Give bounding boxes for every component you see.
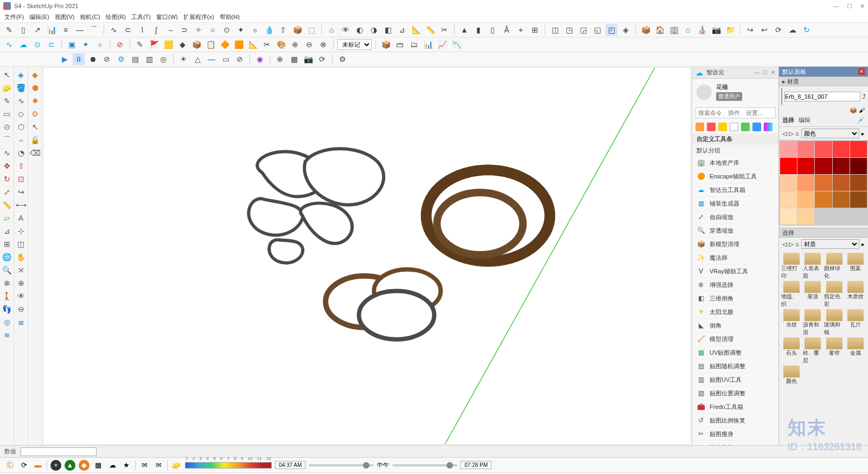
material-folder[interactable]: 沥青和混 <box>803 309 824 336</box>
tool-icon[interactable]: ◱ <box>591 24 603 36</box>
tool-icon[interactable]: 🗂 <box>408 39 420 50</box>
scale-icon[interactable]: ⤢ <box>1 186 13 198</box>
shadow-gradient[interactable]: 123456789101112 <box>185 462 272 469</box>
color-swatch[interactable] <box>780 175 797 191</box>
material-swatch[interactable] <box>781 88 782 105</box>
tool-icon[interactable]: 📐 <box>410 24 422 36</box>
cloud-icon[interactable]: ∿ <box>3 39 15 50</box>
tab-edit[interactable]: 编辑 <box>799 116 810 124</box>
tool-icon[interactable]: ✂ <box>261 39 273 50</box>
tool-icon[interactable]: 📦 <box>380 39 392 50</box>
plugin-item[interactable]: ↺贴图比例恢复 <box>692 414 778 427</box>
color-swatch[interactable] <box>833 191 850 208</box>
tool-icon[interactable]: ⊃ <box>178 24 190 36</box>
select-icon[interactable]: ↖ <box>1 69 13 81</box>
tool-icon[interactable]: ⌢ <box>164 24 176 36</box>
tool-icon[interactable]: ⌇ <box>136 24 148 36</box>
plugin-item[interactable]: 📦新模型清理 <box>692 238 778 251</box>
panel-close-icon[interactable]: ✕ <box>771 69 775 75</box>
color-swatch[interactable] <box>833 141 850 157</box>
plugin-item[interactable]: ◧三维倒角 <box>692 292 778 305</box>
tool-icon[interactable]: 📦 <box>640 24 652 36</box>
pushpull-icon[interactable]: ⇧ <box>15 160 27 172</box>
color-swatch[interactable] <box>850 141 867 157</box>
mail-icon[interactable]: ✉ <box>139 460 150 471</box>
category-dropdown[interactable]: 颜色 <box>801 129 859 138</box>
tool-icon[interactable]: ⟐ <box>249 24 261 36</box>
menu-icon[interactable]: ▸ <box>861 130 865 137</box>
tool-icon[interactable]: ⊗ <box>1 277 13 289</box>
material-folder[interactable]: 木质纹 <box>846 281 866 308</box>
zoomext-icon[interactable]: ⤧ <box>15 264 27 276</box>
stop-icon[interactable]: ⊘ <box>101 53 113 65</box>
tool-icon[interactable]: ⌂ <box>682 24 694 36</box>
tool-icon[interactable]: 👁 <box>340 24 352 36</box>
tool-icon[interactable]: ✦ <box>80 39 92 50</box>
tool-icon[interactable]: ⊿ <box>396 24 408 36</box>
library-dropdown[interactable]: 材质 <box>801 239 859 249</box>
plugin-item[interactable]: ☁智达云工具箱 <box>692 183 778 197</box>
maximize-button[interactable]: ☐ <box>847 3 852 10</box>
dropper-icon[interactable]: ⤴ <box>863 93 866 100</box>
tool-icon[interactable]: 🚩 <box>148 39 160 50</box>
plugin-item[interactable]: ⇧联合推拉 <box>692 441 778 445</box>
axes-icon[interactable]: ⊹ <box>15 225 27 237</box>
tool-icon[interactable]: ⛪ <box>696 24 708 36</box>
offset-icon[interactable]: ⊡ <box>15 173 27 185</box>
plugin-item[interactable]: 🧹模型清理 <box>692 332 778 346</box>
color-swatch[interactable] <box>797 175 814 191</box>
plugin-item[interactable]: 🟠Enscape辅助工具 <box>692 170 778 183</box>
material-folder[interactable]: 玻璃和镜 <box>824 309 845 336</box>
tool-icon[interactable]: ⟳ <box>773 24 784 36</box>
record-icon[interactable]: ⏺ <box>87 53 99 65</box>
layers-icon[interactable]: ≣ <box>15 316 27 328</box>
plugin-item[interactable]: ⊕增强选择 <box>692 278 778 292</box>
tool-icon[interactable]: ⊕ <box>274 53 286 65</box>
tool-icon[interactable]: 📷 <box>710 24 722 36</box>
material-folder[interactable]: 图案 <box>846 253 866 280</box>
tool-icon[interactable]: ✧ <box>193 24 205 36</box>
eraser-icon[interactable]: 🧽 <box>1 82 13 94</box>
tool-icon[interactable]: ◰ <box>605 24 617 36</box>
color-swatch[interactable] <box>780 191 797 208</box>
chip-icon[interactable] <box>741 123 750 131</box>
tool-icon[interactable]: ◳ <box>563 24 575 36</box>
tool-icon[interactable]: ⊂ <box>122 24 134 36</box>
enscape-icon[interactable]: Ⓔ <box>4 460 15 471</box>
paint-icon[interactable]: 🪣 <box>15 82 27 94</box>
section-icon[interactable]: ◎ <box>1 316 13 328</box>
pause-icon[interactable]: ⏸ <box>73 53 85 65</box>
material-name-input[interactable] <box>784 92 860 101</box>
arc-icon[interactable]: ⌒ <box>1 134 13 146</box>
material-folder[interactable]: 石头 <box>781 337 802 364</box>
plugin-item[interactable]: ▧贴图位置调整 <box>692 387 778 400</box>
measurement-input[interactable] <box>21 447 97 456</box>
tool-icon[interactable]: 📋 <box>205 39 216 50</box>
tool-icon[interactable]: ▮ <box>473 24 484 36</box>
avatar[interactable] <box>697 85 712 100</box>
plugin-item[interactable]: ⤢自由缩放 <box>692 210 778 224</box>
tool-icon[interactable]: ⊿ <box>1 225 13 237</box>
text-icon[interactable]: A <box>15 212 27 224</box>
plugin-item[interactable]: ◣倒角 <box>692 319 778 332</box>
plugin-item[interactable]: ✂贴图瘦身 <box>692 427 778 441</box>
plugin-item[interactable]: VVRay辅助工具 <box>692 265 778 278</box>
tool-icon[interactable]: 📊 <box>46 24 58 36</box>
color-swatch[interactable] <box>833 158 850 174</box>
mail-icon[interactable]: ✉ <box>153 460 164 471</box>
look-icon[interactable]: 👁 <box>15 290 27 302</box>
menu-window[interactable]: 窗口(W) <box>156 13 178 21</box>
chip-icon[interactable] <box>707 123 716 131</box>
tool-icon[interactable]: ◈ <box>620 24 631 36</box>
color-swatch[interactable] <box>850 191 867 208</box>
freehand-icon[interactable]: ∿ <box>15 95 27 107</box>
gear-icon[interactable]: ⚙ <box>115 53 127 65</box>
tool-icon[interactable]: ≡ <box>60 24 72 36</box>
tool-icon[interactable]: ⇪ <box>277 24 289 36</box>
tool-icon[interactable]: 📊 <box>422 39 434 50</box>
cloud-icon[interactable]: ☁ <box>107 460 118 471</box>
eraser-icon[interactable]: 🧽 <box>171 460 182 471</box>
select-icon[interactable]: ↖ <box>29 121 41 133</box>
tool-icon[interactable]: 🏢 <box>668 24 680 36</box>
cube-icon[interactable]: ◈ <box>15 69 27 81</box>
